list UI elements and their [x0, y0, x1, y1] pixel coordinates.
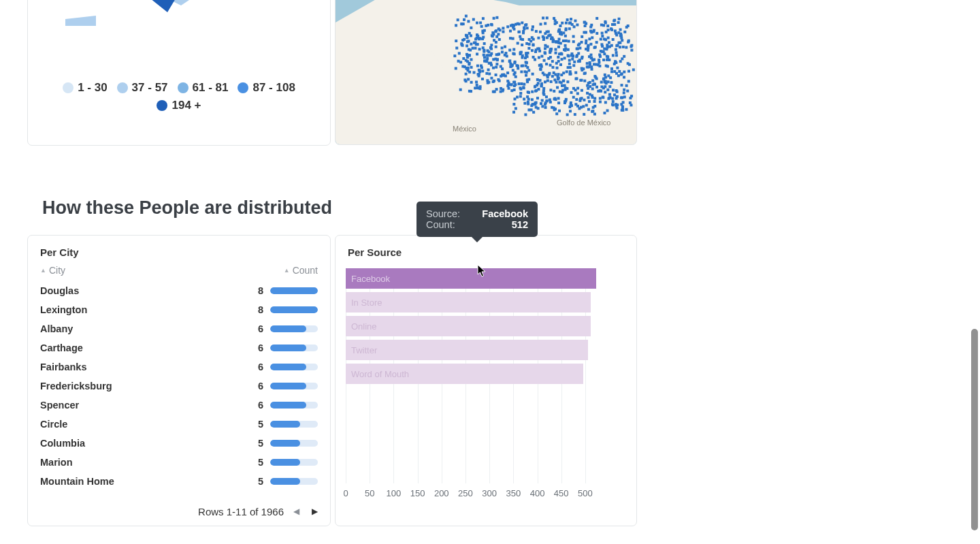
- svg-rect-91: [501, 50, 504, 53]
- per-city-card: Per City ▲ City ▲ Count Douglas8Lexingto…: [27, 235, 331, 526]
- svg-rect-66: [612, 100, 615, 103]
- svg-rect-400: [587, 108, 590, 111]
- svg-rect-452: [616, 91, 619, 93]
- table-row[interactable]: Lexington8: [28, 300, 330, 319]
- choropleth-map-card[interactable]: 1 - 3037 - 5761 - 8187 - 108194 +: [27, 0, 331, 146]
- svg-rect-714: [564, 49, 567, 52]
- table-row[interactable]: Fredericksburg6: [28, 377, 330, 396]
- svg-rect-706: [495, 88, 498, 91]
- svg-rect-302: [621, 72, 623, 75]
- source-bar[interactable]: Twitter: [346, 340, 588, 360]
- legend-item[interactable]: 87 - 108: [238, 81, 295, 95]
- svg-rect-661: [569, 70, 572, 73]
- svg-rect-329: [585, 39, 587, 42]
- scrollbar-thumb[interactable]: [971, 329, 978, 530]
- svg-rect-108: [606, 109, 609, 112]
- svg-rect-561: [618, 70, 621, 73]
- table-row[interactable]: Mountain Home5: [28, 472, 330, 491]
- column-header-count[interactable]: ▲ Count: [284, 265, 318, 276]
- svg-rect-680: [481, 37, 484, 40]
- column-header-label: City: [49, 265, 65, 276]
- svg-rect-247: [611, 97, 614, 100]
- column-header-city[interactable]: ▲ City: [40, 265, 65, 276]
- svg-rect-802: [628, 63, 631, 66]
- table-row[interactable]: Fairbanks6: [28, 357, 330, 377]
- usa-choropleth-map[interactable]: [59, 0, 304, 26]
- point-map-card[interactable]: México Golfo de México: [335, 0, 637, 145]
- svg-rect-795: [577, 44, 580, 46]
- svg-rect-278: [513, 97, 516, 100]
- svg-rect-686: [461, 22, 463, 25]
- svg-rect-114: [626, 90, 629, 93]
- source-bar[interactable]: Word of Mouth: [346, 364, 583, 384]
- table-row[interactable]: Columbia5: [28, 434, 330, 453]
- svg-rect-336: [530, 108, 533, 111]
- svg-rect-811: [478, 37, 481, 39]
- source-bar[interactable]: In Store: [346, 292, 591, 313]
- svg-rect-261: [570, 91, 573, 94]
- svg-rect-259: [520, 82, 523, 85]
- table-row[interactable]: Carthage6: [28, 338, 330, 357]
- count-cell: 5: [254, 457, 263, 468]
- svg-rect-673: [468, 90, 471, 93]
- source-bar-chart[interactable]: 050100150200250300350400450500FacebookIn…: [346, 268, 626, 498]
- legend-item[interactable]: 1 - 30: [63, 81, 107, 95]
- svg-rect-589: [615, 54, 618, 57]
- svg-rect-55: [568, 63, 571, 65]
- svg-rect-668: [506, 25, 509, 28]
- svg-rect-822: [545, 31, 548, 33]
- map-label-mexico: México: [453, 125, 476, 133]
- svg-rect-239: [589, 81, 591, 84]
- svg-rect-366: [588, 37, 591, 40]
- svg-rect-478: [591, 79, 594, 82]
- table-row[interactable]: Spencer6: [28, 396, 330, 415]
- svg-rect-309: [586, 92, 589, 95]
- legend-item[interactable]: 61 - 81: [178, 81, 229, 95]
- svg-rect-691: [630, 103, 632, 106]
- legend-item[interactable]: 194 +: [157, 99, 201, 112]
- svg-rect-750: [536, 97, 539, 99]
- svg-rect-612: [495, 63, 498, 65]
- svg-rect-34: [561, 84, 564, 87]
- legend-item[interactable]: 37 - 57: [117, 81, 168, 95]
- x-tick-label: 400: [530, 488, 545, 498]
- svg-rect-628: [537, 82, 540, 84]
- svg-rect-694: [523, 27, 525, 29]
- svg-rect-794: [546, 76, 549, 78]
- svg-rect-570: [546, 99, 549, 102]
- mouse-cursor-icon: [477, 264, 487, 278]
- legend-swatch: [238, 82, 248, 93]
- scatter-map[interactable]: México Golfo de México: [336, 0, 636, 144]
- svg-rect-48: [519, 95, 522, 98]
- svg-rect-342: [470, 34, 472, 37]
- source-bar[interactable]: Facebook: [346, 268, 596, 289]
- table-row[interactable]: Circle5: [28, 415, 330, 434]
- svg-rect-764: [473, 71, 476, 74]
- svg-rect-755: [557, 30, 560, 33]
- pager-next-button[interactable]: ▶: [309, 505, 321, 517]
- table-row[interactable]: Marion5: [28, 453, 330, 472]
- svg-rect-762: [604, 74, 606, 76]
- svg-rect-30: [601, 32, 604, 35]
- svg-rect-553: [459, 89, 462, 91]
- source-bar[interactable]: Online: [346, 316, 591, 336]
- count-bar: [270, 421, 318, 428]
- svg-rect-683: [491, 34, 493, 37]
- svg-rect-723: [568, 73, 571, 76]
- svg-rect-250: [608, 85, 611, 88]
- svg-rect-323: [544, 47, 546, 50]
- svg-rect-545: [602, 96, 604, 99]
- svg-rect-255: [604, 20, 606, 23]
- pager-prev-button[interactable]: ◀: [291, 505, 302, 517]
- svg-rect-746: [485, 60, 488, 63]
- svg-rect-603: [535, 30, 538, 33]
- svg-rect-609: [585, 42, 587, 44]
- svg-rect-479: [576, 48, 578, 50]
- table-row[interactable]: Albany6: [28, 319, 330, 338]
- table-row[interactable]: Douglas8: [28, 281, 330, 300]
- svg-rect-582: [591, 36, 593, 39]
- svg-rect-814: [612, 89, 615, 91]
- svg-rect-96: [549, 98, 551, 101]
- svg-rect-107: [612, 38, 615, 41]
- svg-rect-418: [604, 38, 607, 41]
